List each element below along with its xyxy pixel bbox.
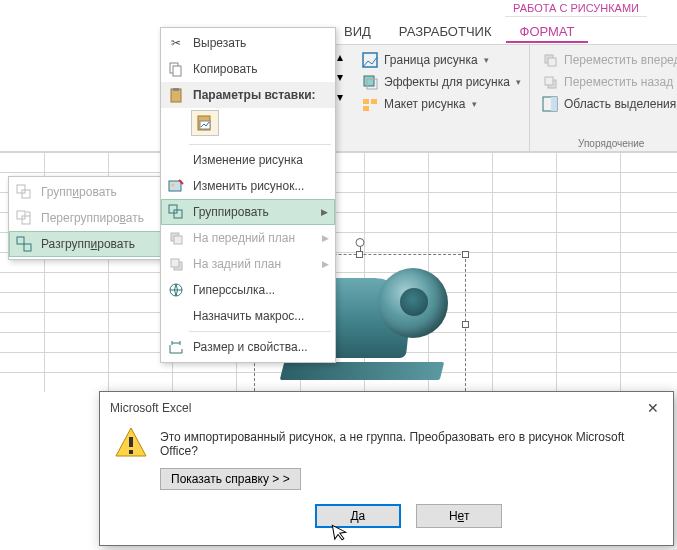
close-icon: ✕ [647,400,659,416]
svg-rect-11 [551,97,557,111]
svg-rect-1 [364,76,374,86]
dialog-message: Это импортированный рисунок, а не группа… [160,430,657,458]
ctx-paste-heading: Параметры вставки: [161,82,335,108]
ctx-edit-picture-label: Изменить рисунок... [193,179,304,193]
dialog-yes-button[interactable]: Да [315,504,401,528]
ctx-size-props[interactable]: Размер и свойства... [161,334,335,360]
paste-option-picture[interactable] [191,110,219,136]
ctx-edit-picture[interactable]: Изменить рисунок... [161,173,335,199]
ctx-bring-front[interactable]: На передний план ▶ [161,225,335,251]
svg-rect-12 [17,185,25,193]
svg-rect-13 [22,190,30,198]
svg-rect-29 [174,236,182,244]
bring-forward-button[interactable]: Переместить вперед [538,49,677,71]
ctx-hyperlink[interactable]: Гиперссылка... [161,277,335,303]
svg-rect-7 [548,58,556,66]
ctx-change-picture[interactable]: Изменение рисунка [161,147,335,173]
resize-handle-ne[interactable] [462,251,469,258]
context-menu: ✂ Вырезать Копировать Параметры вставки:… [160,27,336,363]
edit-picture-icon [167,177,185,195]
submenu-group-label: Группировать [41,185,117,199]
group-icon [167,203,185,221]
send-backward-label: Переместить назад [564,75,673,89]
ctx-group[interactable]: Группировать ▶ [161,199,335,225]
ctx-cut[interactable]: ✂ Вырезать [161,30,335,56]
tab-developer[interactable]: РАЗРАБОТЧИК [385,21,506,43]
svg-rect-31 [171,259,179,267]
selection-pane-button[interactable]: Область выделения [538,93,677,115]
submenu-group[interactable]: Группировать [9,179,163,205]
contextual-tab-label: РАБОТА С РИСУНКАМИ [505,0,647,17]
svg-rect-15 [22,216,30,224]
svg-rect-9 [545,77,553,85]
copy-icon [167,60,185,78]
hyperlink-icon [167,281,185,299]
group-submenu: Группировать Перегруппировать Разгруппир… [8,176,164,260]
ctx-copy-label: Копировать [193,62,258,76]
picture-effects-button[interactable]: Эффекты для рисунка ▾ [358,71,521,93]
svg-rect-16 [17,237,24,244]
ungroup-icon [15,235,33,253]
bring-forward-icon [542,52,558,68]
resize-handle-n[interactable] [356,251,363,258]
size-props-icon [167,338,185,356]
selection-pane-icon [542,96,558,112]
submenu-regroup[interactable]: Перегруппировать [9,205,163,231]
submenu-ungroup-label: Разгруппировать [41,237,135,251]
dialog-title: Microsoft Excel [110,401,191,415]
layout-icon [362,96,378,112]
svg-rect-19 [173,66,181,76]
picture-layout-label: Макет рисунка [384,97,466,111]
ctx-size-props-label: Размер и свойства... [193,340,308,354]
bring-forward-label: Переместить вперед [564,53,677,67]
picture-styles-group: Граница рисунка ▾ Эффекты для рисунка ▾ … [350,45,530,151]
send-backward-icon [542,74,558,90]
svg-point-25 [172,184,175,187]
send-backward-button[interactable]: Переместить назад [538,71,677,93]
svg-rect-5 [363,106,369,111]
ctx-assign-macro-label: Назначить макрос... [193,309,304,323]
svg-rect-26 [169,205,177,213]
ctx-group-label: Группировать [193,205,269,219]
arrange-group: Переместить вперед Переместить назад Обл… [530,45,677,151]
submenu-arrow-icon: ▶ [322,259,329,269]
svg-rect-14 [17,211,25,219]
submenu-ungroup[interactable]: Разгруппировать [9,231,163,257]
submenu-regroup-label: Перегруппировать [41,211,144,225]
picture-border-label: Граница рисунка [384,53,478,67]
show-help-button[interactable]: Показать справку > > [160,468,301,490]
submenu-arrow-icon: ▶ [321,207,328,217]
ctx-paste-heading-label: Параметры вставки: [193,88,316,102]
rotation-handle[interactable] [356,238,365,247]
group-icon [15,183,33,201]
resize-handle-e[interactable] [462,321,469,328]
ctx-send-back-label: На задний план [193,257,281,271]
bring-front-icon [167,229,185,247]
ctx-copy[interactable]: Копировать [161,56,335,82]
tab-view[interactable]: ВИД [330,21,385,43]
warning-icon [114,426,148,460]
ctx-send-back[interactable]: На задний план ▶ [161,251,335,277]
submenu-arrow-icon: ▶ [322,233,329,243]
svg-rect-3 [363,99,369,104]
svg-rect-17 [24,244,31,251]
picture-layout-button[interactable]: Макет рисунка ▾ [358,93,521,115]
picture-border-button[interactable]: Граница рисунка ▾ [358,49,521,71]
svg-rect-24 [169,181,181,191]
picture-effects-label: Эффекты для рисунка [384,75,510,89]
border-icon [362,52,378,68]
send-back-icon [167,255,185,273]
tab-format[interactable]: ФОРМАТ [506,21,589,43]
ribbon: РАБОТА С РИСУНКАМИ ВИД РАЗРАБОТЧИК ФОРМА… [0,0,677,152]
cut-icon: ✂ [167,34,185,52]
effects-icon [362,74,378,90]
regroup-icon [15,209,33,227]
dialog-no-button[interactable]: Нет [416,504,502,528]
dialog-close-button[interactable]: ✕ [643,398,663,418]
svg-rect-35 [129,450,133,454]
svg-rect-21 [173,88,179,91]
ctx-assign-macro[interactable]: Назначить макрос... [161,303,335,329]
svg-rect-34 [129,437,133,447]
ctx-hyperlink-label: Гиперссылка... [193,283,275,297]
message-dialog: Microsoft Excel ✕ Это импортированный ри… [99,391,674,546]
